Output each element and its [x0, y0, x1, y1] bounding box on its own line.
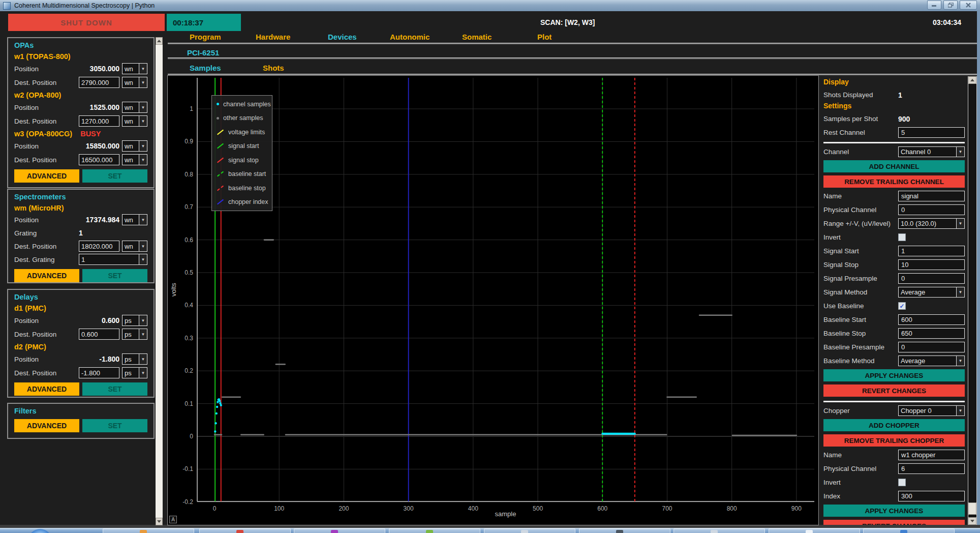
chevron-down-icon[interactable]: ▼: [956, 287, 964, 297]
revert-changes-button[interactable]: REVERT CHANGES: [823, 384, 965, 397]
chevron-down-icon[interactable]: ▼: [139, 368, 147, 378]
chopper-physical-channel-input[interactable]: [898, 463, 965, 474]
tab-samples[interactable]: Samples: [190, 64, 221, 72]
baseline-stop-input[interactable]: [898, 328, 965, 339]
advanced-button[interactable]: ADVANCED: [14, 382, 79, 396]
set-button[interactable]: SET: [82, 382, 147, 396]
dest-position-input[interactable]: [79, 154, 119, 165]
scroll-down-icon[interactable]: [968, 517, 976, 525]
signal-method-dropdown[interactable]: Average▼: [898, 287, 965, 298]
units-dropdown[interactable]: ps▼: [122, 367, 147, 378]
dest-position-input[interactable]: [79, 329, 119, 340]
chevron-down-icon[interactable]: ▼: [956, 219, 964, 228]
samples-plot[interactable]: -0.2-0.100.10.20.30.40.50.60.70.80.91010…: [167, 75, 819, 525]
scroll-up-icon[interactable]: [968, 76, 976, 84]
units-dropdown[interactable]: wn▼: [122, 214, 147, 225]
baseline-method-dropdown[interactable]: Average▼: [898, 356, 965, 366]
chevron-down-icon[interactable]: ▼: [139, 315, 147, 325]
close-button[interactable]: [960, 1, 977, 10]
start-orb-icon[interactable]: [28, 529, 52, 533]
scroll-down-icon[interactable]: [156, 518, 163, 525]
units-dropdown[interactable]: wn▼: [122, 241, 147, 252]
units-dropdown[interactable]: wn▼: [122, 102, 147, 113]
units-dropdown[interactable]: wn▼: [122, 77, 147, 88]
chevron-down-icon[interactable]: ▼: [139, 329, 147, 339]
remove-trailing-channel-button[interactable]: REMOVE TRAILING CHANNEL: [823, 175, 965, 188]
units-dropdown[interactable]: wn▼: [122, 63, 147, 74]
units-dropdown[interactable]: wn▼: [122, 115, 147, 127]
settings-scrollbar[interactable]: [968, 76, 977, 525]
chevron-down-icon[interactable]: ▼: [139, 64, 147, 74]
dest-position-input[interactable]: [79, 241, 119, 252]
taskbar-button[interactable]: [863, 528, 955, 533]
set-button[interactable]: SET: [82, 419, 147, 432]
taskbar-button[interactable]: [389, 528, 480, 533]
physical-channel-input[interactable]: [898, 204, 965, 215]
dest-grating-dropdown[interactable]: 1▼: [79, 254, 147, 265]
tab-hardware[interactable]: Hardware: [256, 33, 290, 41]
channel-dropdown[interactable]: Channel 0▼: [898, 146, 965, 157]
invert-checkbox[interactable]: ✓: [898, 233, 906, 241]
taskbar-button[interactable]: [294, 528, 385, 533]
device-label[interactable]: PCI-6251: [187, 48, 219, 57]
chevron-down-icon[interactable]: ▼: [139, 354, 147, 364]
taskbar-button[interactable]: [579, 528, 670, 533]
units-dropdown[interactable]: wn▼: [122, 140, 147, 152]
set-button[interactable]: SET: [82, 269, 147, 282]
taskbar-button[interactable]: [673, 528, 765, 533]
add-chopper-button[interactable]: ADD CHOPPER: [823, 419, 965, 431]
scroll-up-icon[interactable]: [156, 37, 163, 45]
tab-devices[interactable]: Devices: [328, 33, 357, 41]
use-baseline-checkbox[interactable]: ✓: [898, 302, 906, 310]
windows-taskbar[interactable]: [0, 528, 980, 533]
dest-position-input[interactable]: [79, 367, 119, 378]
chopper-index-input[interactable]: [898, 491, 965, 501]
taskbar-button[interactable]: [199, 528, 291, 533]
scrollbar-thumb[interactable]: [968, 502, 976, 515]
units-dropdown[interactable]: ps▼: [122, 315, 147, 326]
tab-somatic[interactable]: Somatic: [462, 33, 492, 41]
dest-position-input[interactable]: [79, 115, 119, 127]
remove-trailing-chopper-button[interactable]: REMOVE TRAILING CHOPPER: [823, 434, 965, 447]
tab-autonomic[interactable]: Autonomic: [390, 33, 430, 41]
advanced-button[interactable]: ADVANCED: [14, 169, 79, 183]
signal-stop-input[interactable]: [898, 259, 965, 270]
taskbar-button[interactable]: [484, 528, 575, 533]
taskbar-button[interactable]: [103, 528, 194, 533]
chevron-down-icon[interactable]: ▼: [139, 241, 147, 251]
chevron-down-icon[interactable]: ▼: [139, 141, 147, 151]
taskbar-button[interactable]: [769, 528, 860, 533]
tab-plot[interactable]: Plot: [537, 33, 552, 41]
advanced-button[interactable]: ADVANCED: [14, 419, 79, 432]
apply-changes-button[interactable]: APPLY CHANGES: [823, 369, 965, 381]
chevron-down-icon[interactable]: ▼: [956, 356, 964, 366]
chevron-down-icon[interactable]: ▼: [139, 102, 147, 112]
set-button[interactable]: SET: [82, 169, 147, 183]
chopper-name-input[interactable]: [898, 450, 965, 460]
chevron-down-icon[interactable]: ▼: [956, 147, 964, 157]
chopper-invert-checkbox[interactable]: ✓: [898, 479, 906, 486]
chevron-down-icon[interactable]: ▼: [139, 215, 147, 225]
chevron-down-icon[interactable]: ▼: [139, 254, 147, 264]
add-channel-button[interactable]: ADD CHANNEL: [823, 160, 965, 172]
revert-chopper-changes-button[interactable]: REVERT CHANGES: [823, 520, 965, 525]
sidebar-scrollbar[interactable]: [156, 37, 163, 525]
tab-program[interactable]: Program: [190, 33, 221, 41]
chevron-down-icon[interactable]: ▼: [956, 406, 964, 416]
minimize-button[interactable]: [927, 1, 941, 10]
signal-start-input[interactable]: [898, 246, 965, 256]
chevron-down-icon[interactable]: ▼: [139, 77, 147, 87]
shutdown-button[interactable]: SHUT DOWN: [8, 14, 165, 31]
units-dropdown[interactable]: ps▼: [122, 329, 147, 340]
chevron-down-icon[interactable]: ▼: [139, 155, 147, 165]
restore-button[interactable]: [943, 1, 958, 10]
tab-shots[interactable]: Shots: [263, 64, 284, 72]
chopper-dropdown[interactable]: Chopper 0▼: [898, 405, 965, 416]
apply-chopper-changes-button[interactable]: APPLY CHANGES: [823, 505, 965, 517]
chevron-down-icon[interactable]: ▼: [139, 116, 147, 126]
baseline-presample-input[interactable]: [898, 342, 965, 352]
units-dropdown[interactable]: ps▼: [122, 353, 147, 365]
units-dropdown[interactable]: wn▼: [122, 154, 147, 165]
signal-presample-input[interactable]: [898, 273, 965, 284]
baseline-start-input[interactable]: [898, 314, 965, 325]
